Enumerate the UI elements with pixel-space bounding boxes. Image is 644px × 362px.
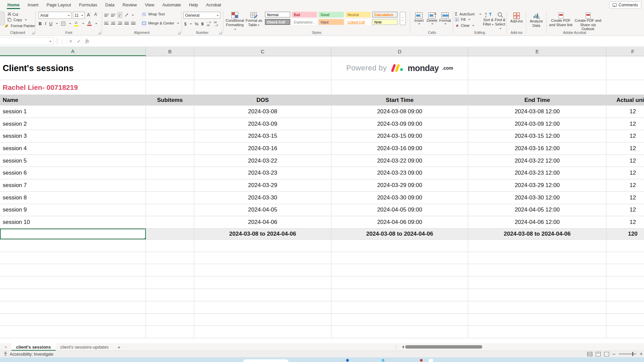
cell-b8[interactable] [146,155,194,167]
cell-empty[interactable] [194,252,331,264]
cell-empty[interactable] [0,326,146,338]
cell-f6[interactable]: 12 [606,130,644,142]
cell-a7[interactable]: session 4 [0,142,146,155]
cell-c4[interactable]: 2024-03-08 [194,106,331,118]
format-painter-button[interactable]: Format Painter [5,24,35,28]
formula-input[interactable] [90,37,644,45]
cell-empty[interactable] [146,277,194,289]
cell-a8[interactable]: session 5 [0,155,146,167]
cell-a11[interactable]: session 8 [0,192,146,204]
cell-f4[interactable]: 12 [606,106,644,118]
cell-empty[interactable] [194,56,331,80]
copy-button[interactable]: Copy [7,18,27,22]
style-chip-normal[interactable]: Normal [265,12,290,17]
cell-empty[interactable] [331,277,468,289]
cell-empty[interactable] [331,301,468,313]
menu-tab-insert[interactable]: Insert [24,1,42,9]
sort-filter-button[interactable]: AZ Sort & Filter [482,12,494,26]
cell-e9[interactable]: 2024-03-23 12:00 [468,167,606,179]
number-dialog-launcher[interactable] [219,32,222,34]
cell-f5[interactable]: 12 [606,118,644,130]
cell-empty[interactable] [606,289,644,301]
align-middle-button[interactable] [111,13,115,17]
cell-e5[interactable]: 2024-03-09 12:00 [468,118,606,130]
cell-d11[interactable]: 2024-03-30 09:00 [331,192,468,204]
cell-a10[interactable]: session 7 [0,179,146,191]
cell-b9[interactable] [146,167,194,179]
normal-view-button[interactable] [587,352,592,356]
align-top-button[interactable] [104,13,109,17]
cell-c9[interactable]: 2024-03-23 [194,167,331,179]
cell-d7[interactable]: 2024-03-16 09:00 [331,142,468,155]
cell-empty[interactable] [0,240,146,252]
increase-indent-button[interactable] [131,21,136,25]
align-bottom-button[interactable] [118,12,122,18]
cell-empty[interactable] [0,289,146,301]
cell-e8[interactable]: 2024-03-22 12:00 [468,155,606,167]
column-header-f[interactable]: F [606,47,644,56]
cell-f12[interactable]: 12 [606,204,644,216]
align-center-button[interactable] [111,21,115,25]
cell-a6[interactable]: session 3 [0,130,146,142]
styles-gallery-more-button[interactable]: ⌄‒ [400,12,406,25]
menu-tab-automate[interactable]: Automate [159,1,184,9]
cell-f8[interactable]: 12 [606,155,644,167]
clear-button[interactable]: Clear [455,23,474,27]
cell-f7[interactable]: 12 [606,142,644,155]
cell-empty[interactable] [0,264,146,276]
scrollbar-thumb[interactable] [405,345,482,349]
header-cell-end-time[interactable]: End Time [468,95,606,105]
cell-c10[interactable]: 2024-03-29 [194,179,331,191]
cell-f13[interactable]: 12 [606,216,644,228]
font-color-button[interactable]: A [87,21,92,26]
zoom-slider[interactable] [619,354,636,354]
cell-f11[interactable]: 12 [606,192,644,204]
style-chip-check-cell[interactable]: Check Cell [265,19,290,25]
cell-empty[interactable] [331,314,468,326]
create-pdf-share-link-button[interactable]: Create PDF and Share link [548,12,574,27]
decrease-decimal-button[interactable]: .00→.0 [213,21,218,27]
cell-empty[interactable] [194,264,331,276]
cell-empty[interactable] [606,326,644,338]
cell-empty[interactable] [146,56,194,80]
zoom-in-button[interactable]: + [640,351,643,357]
cell-empty[interactable] [606,314,644,326]
cell-d4[interactable]: 2024-03-08 09:00 [331,106,468,118]
scrollbar-grip-icon[interactable]: ⋮ [394,345,398,349]
cell-f10[interactable]: 12 [606,179,644,191]
cell-d6[interactable]: 2024-03-15 09:00 [331,130,468,142]
format-cells-button[interactable]: Format [439,12,451,25]
cell-a12[interactable]: session 9 [0,204,146,216]
scroll-left-icon[interactable] [400,345,404,349]
menu-tab-data[interactable]: Data [102,1,118,9]
bold-button[interactable]: B [39,21,42,26]
menu-tab-formulas[interactable]: Formulas [76,1,101,9]
comments-button[interactable]: Comments [609,1,641,9]
column-header-b[interactable]: B [146,47,194,56]
totals-cell-f[interactable]: 120 [606,229,644,239]
style-chip-neutral[interactable]: Neutral [345,12,371,17]
cell-empty[interactable] [146,240,194,252]
cell-empty[interactable] [606,277,644,289]
cell-b5[interactable] [146,118,194,130]
cell-b13[interactable] [146,216,194,228]
cell-empty[interactable] [468,277,606,289]
shrink-font-button[interactable]: Aˇ [94,12,98,17]
style-chip-input[interactable]: Input [319,19,344,25]
cell-empty[interactable] [0,277,146,289]
cell-b6[interactable] [146,130,194,142]
orientation-button[interactable] [124,13,129,17]
cell-empty[interactable] [606,80,644,95]
header-cell-subitems[interactable]: Subitems [146,95,194,105]
create-pdf-share-outlook-button[interactable]: Create PDF and Share via Outlook [575,12,601,31]
cell-empty[interactable] [194,314,331,326]
cell-powered-by[interactable]: Powered bymonday.com [331,56,468,80]
insert-cells-button[interactable]: Insert [413,12,425,25]
align-left-button[interactable] [104,21,109,25]
font-dialog-launcher[interactable] [98,32,101,34]
menu-tab-acrobat[interactable]: Acrobat [203,1,224,9]
style-chip-bad[interactable]: Bad [292,12,317,17]
percent-style-button[interactable]: % [195,21,199,26]
cell-empty[interactable] [0,252,146,264]
header-cell-name[interactable]: Name [0,95,146,105]
